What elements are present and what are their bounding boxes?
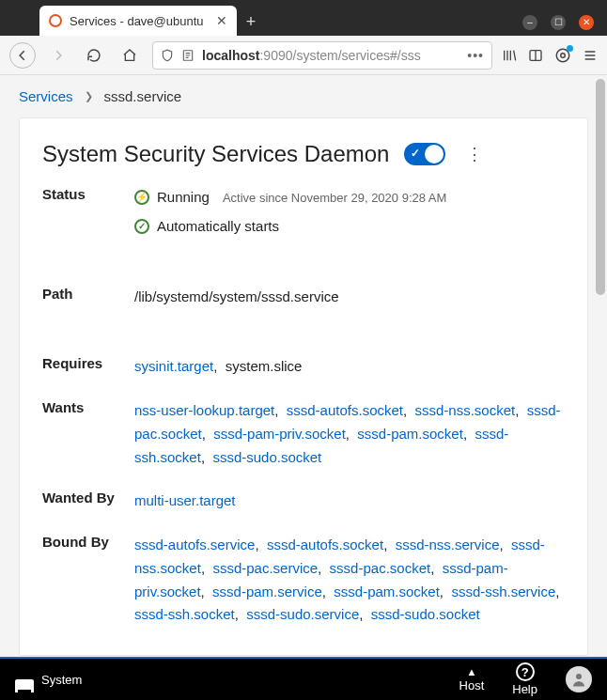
breadcrumb-services[interactable]: Services <box>19 88 73 104</box>
scrollbar[interactable] <box>596 79 605 295</box>
value-wantedby: multi-user.target <box>134 490 565 513</box>
account-icon[interactable] <box>554 47 571 64</box>
unit-link[interactable]: multi-user.target <box>134 492 236 508</box>
label-requires: Requires <box>42 355 134 379</box>
disk-icon <box>15 679 34 692</box>
help-icon: ? <box>516 662 535 681</box>
window-titlebar: Services - dave@ubuntu ✕ + – ☐ ✕ <box>0 0 607 36</box>
unit-link[interactable]: sssd-sudo.socket <box>212 449 321 465</box>
nav-host[interactable]: ▲ Host <box>459 666 485 692</box>
reload-button[interactable] <box>81 42 107 69</box>
check-icon: ✓ <box>411 147 420 160</box>
page-title-row: System Security Services Daemon ✓ ⋮ <box>42 141 565 167</box>
shield-icon <box>161 49 174 62</box>
label-status: Status <box>42 186 134 239</box>
row-wantedby: Wanted By multi-user.target <box>42 490 565 513</box>
value-path: /lib/systemd/system/sssd.service <box>134 286 565 309</box>
kebab-menu-icon[interactable]: ⋮ <box>460 144 489 164</box>
unit-link[interactable]: sssd-nss.socket <box>415 402 516 418</box>
status-autostart: Automatically starts <box>157 215 279 239</box>
svg-point-4 <box>576 674 582 679</box>
unit-link[interactable]: sssd-nss.service <box>396 537 500 552</box>
value-wants: nss-user-lookup.target, sssd-autofs.sock… <box>134 399 565 469</box>
label-boundby: Bound By <box>42 534 134 627</box>
row-path: Path /lib/systemd/system/sssd.service <box>42 286 565 309</box>
unit-plain: system.slice <box>226 358 303 374</box>
library-icon[interactable] <box>502 48 517 63</box>
address-bar[interactable]: localhost:9090/system/services#/sss ••• <box>152 41 492 70</box>
user-avatar[interactable] <box>566 666 592 692</box>
cockpit-favicon-icon <box>49 14 62 27</box>
check-circle-icon: ✓ <box>134 219 149 234</box>
unit-link[interactable]: sssd-pam-priv.socket <box>213 426 346 442</box>
status-since: Active since November 29, 2020 9:28 AM <box>223 188 446 208</box>
new-tab-button[interactable]: + <box>237 8 265 36</box>
unit-link[interactable]: sssd-sudo.socket <box>371 606 480 622</box>
status-running: Running <box>157 186 210 210</box>
url-more-icon[interactable]: ••• <box>467 48 484 63</box>
row-boundby: Bound By sssd-autofs.service, sssd-autof… <box>42 534 565 627</box>
page-title: System Security Services Daemon <box>42 141 389 167</box>
value-requires: sysinit.target, system.slice <box>134 355 565 379</box>
label-wants: Wants <box>42 399 134 469</box>
row-requires: Requires sysinit.target, system.slice <box>42 355 565 379</box>
nav-help[interactable]: ? Help <box>512 662 537 696</box>
tab-title: Services - dave@ubuntu <box>70 14 209 28</box>
home-button[interactable] <box>117 42 143 69</box>
chevron-up-icon: ▲ <box>466 666 476 677</box>
unit-link[interactable]: nss-user-lookup.target <box>134 402 274 418</box>
unit-link[interactable]: sssd-pac.socket <box>330 560 431 576</box>
label-wantedby: Wanted By <box>42 490 134 513</box>
page-viewport: Services ❯ sssd.service System Security … <box>0 75 607 657</box>
window-maximize-button[interactable]: ☐ <box>551 15 566 30</box>
tab-close-icon[interactable]: ✕ <box>216 13 227 28</box>
svg-point-3 <box>561 53 566 57</box>
unit-link[interactable]: sssd-pam.service <box>212 583 322 599</box>
unit-link[interactable]: sssd-ssh.socket <box>134 606 235 622</box>
forward-button <box>45 42 71 69</box>
unit-link[interactable]: sssd-pam.socket <box>357 426 463 442</box>
window-close-button[interactable]: ✕ <box>579 15 594 30</box>
breadcrumb: Services ❯ sssd.service <box>0 75 607 117</box>
unit-link[interactable]: sssd-sudo.service <box>246 606 359 622</box>
row-wants: Wants nss-user-lookup.target, sssd-autof… <box>42 399 565 469</box>
bolt-icon: ⚡ <box>134 190 149 205</box>
unit-link[interactable]: sssd-pam.socket <box>334 583 440 599</box>
bottom-bar: System ▲ Host ? Help <box>0 657 607 700</box>
unit-link[interactable]: sysinit.target <box>134 358 213 374</box>
unit-link[interactable]: sssd-ssh.service <box>451 583 555 599</box>
unit-link[interactable]: sssd-autofs.socket <box>267 537 383 552</box>
window-minimize-button[interactable]: – <box>522 15 537 30</box>
url-text: localhost:9090/system/services#/sss <box>202 48 459 63</box>
chevron-right-icon: ❯ <box>85 90 93 102</box>
toggle-knob <box>425 145 444 163</box>
label-path: Path <box>42 286 134 309</box>
window-controls: – ☐ ✕ <box>522 15 607 36</box>
menu-icon[interactable] <box>583 48 598 63</box>
breadcrumb-current: sssd.service <box>104 88 182 104</box>
unit-link[interactable]: sssd-pac.service <box>212 560 318 576</box>
back-button[interactable] <box>9 42 36 69</box>
nav-system[interactable] <box>15 679 34 692</box>
reader-icon[interactable] <box>528 48 543 63</box>
page-info-icon[interactable] <box>181 49 195 62</box>
nav-system-label[interactable]: System <box>41 673 82 687</box>
browser-tab[interactable]: Services - dave@ubuntu ✕ <box>39 6 237 36</box>
unit-link[interactable]: sssd-autofs.service <box>134 537 255 552</box>
service-toggle[interactable]: ✓ <box>404 143 445 165</box>
value-boundby: sssd-autofs.service, sssd-autofs.socket,… <box>134 534 565 627</box>
browser-toolbar: localhost:9090/system/services#/sss ••• <box>0 36 607 75</box>
service-card: System Security Services Daemon ✓ ⋮ Stat… <box>19 117 588 656</box>
row-status: Status ⚡ Running Active since November 2… <box>42 186 565 239</box>
unit-link[interactable]: sssd-autofs.socket <box>287 402 403 418</box>
